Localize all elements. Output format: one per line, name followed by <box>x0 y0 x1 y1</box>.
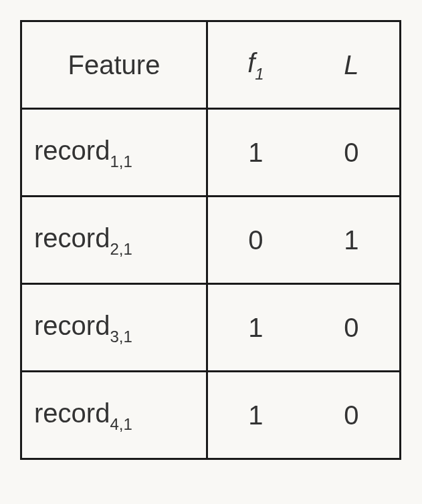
header-f1-sub: 1 <box>255 65 263 83</box>
row-label: record3,1 <box>21 284 207 372</box>
header-L: L <box>304 21 401 109</box>
row-label: record1,1 <box>21 109 207 197</box>
row-label-prefix: record <box>34 136 110 165</box>
cell-f1: 0 <box>207 197 304 284</box>
row-label-sub: 3,1 <box>110 328 132 346</box>
header-f1: f1 <box>207 21 304 109</box>
row-label-prefix: record <box>34 311 110 340</box>
cell-f1: 1 <box>207 284 304 372</box>
header-feature: Feature <box>21 21 207 109</box>
row-label-sub: 1,1 <box>110 152 132 170</box>
cell-f1: 1 <box>207 372 304 459</box>
row-label-sub: 4,1 <box>110 415 132 433</box>
row-label-prefix: record <box>34 398 110 428</box>
row-label: record4,1 <box>21 372 207 459</box>
table-row: record2,1 0 1 <box>21 197 401 284</box>
cell-L: 0 <box>304 284 401 372</box>
table-row: record3,1 1 0 <box>21 284 401 372</box>
cell-f1: 1 <box>207 109 304 197</box>
row-label-sub: 2,1 <box>110 240 132 258</box>
cell-L: 0 <box>304 372 401 459</box>
cell-L: 1 <box>304 197 401 284</box>
row-label: record2,1 <box>21 197 207 284</box>
table-row: record1,1 1 0 <box>21 109 401 197</box>
header-row: Feature f1 L <box>21 21 401 109</box>
data-table: Feature f1 L record1,1 1 0 record2,1 0 1… <box>20 20 401 460</box>
header-f1-letter: f <box>247 48 255 78</box>
data-table-container: Feature f1 L record1,1 1 0 record2,1 0 1… <box>20 20 401 460</box>
row-label-prefix: record <box>34 223 110 253</box>
table-row: record4,1 1 0 <box>21 372 401 459</box>
cell-L: 0 <box>304 109 401 197</box>
